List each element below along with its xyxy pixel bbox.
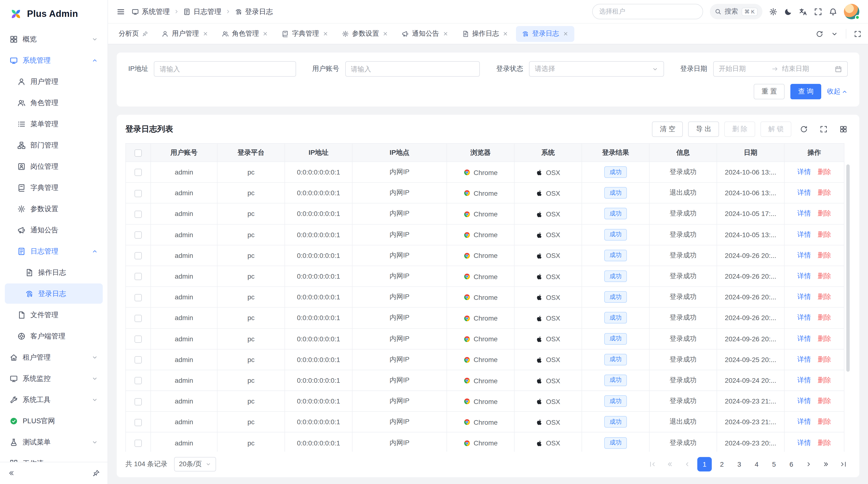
refresh-table-button[interactable] [797, 122, 811, 136]
sidebar-item-notice[interactable]: 通知公告 [5, 220, 103, 240]
sidebar-item-plus-website[interactable]: PLUS官网 [5, 411, 103, 431]
sidebar-item-param-settings[interactable]: 参数设置 [5, 199, 103, 219]
user-avatar[interactable] [844, 4, 859, 19]
sidebar-item-system-monitor[interactable]: 系统监控 [5, 368, 103, 389]
table-scrollbar[interactable] [846, 164, 850, 372]
sidebar-item-role-management[interactable]: 角色管理 [5, 93, 103, 113]
delete-link[interactable]: 删除 [817, 376, 831, 384]
delete-link[interactable]: 删除 [817, 230, 831, 238]
row-checkbox[interactable] [134, 294, 142, 301]
delete-link[interactable]: 删除 [817, 439, 831, 446]
detail-link[interactable]: 详情 [797, 189, 811, 196]
sidebar-item-overview[interactable]: 概览 [5, 29, 103, 49]
export-button[interactable]: 导 出 [688, 122, 719, 137]
ip-input[interactable] [154, 61, 296, 77]
fullscreen-table-button[interactable] [816, 122, 831, 136]
delete-link[interactable]: 删除 [817, 209, 831, 217]
row-checkbox[interactable] [134, 252, 142, 259]
row-checkbox[interactable] [134, 190, 142, 197]
row-checkbox[interactable] [134, 169, 142, 176]
page-button-6[interactable]: 6 [784, 457, 799, 472]
pin-sidebar-icon[interactable] [93, 470, 100, 477]
unlock-button[interactable]: 解 锁 [761, 122, 791, 137]
hamburger-menu-button[interactable] [117, 7, 125, 16]
prev-5-pages-button[interactable] [662, 457, 677, 472]
row-checkbox[interactable] [134, 356, 142, 363]
tab-role-management[interactable]: 角色管理 [216, 26, 274, 42]
prev-page-button[interactable] [680, 457, 694, 472]
detail-link[interactable]: 详情 [797, 230, 811, 238]
detail-link[interactable]: 详情 [797, 293, 811, 300]
detail-link[interactable]: 详情 [797, 418, 811, 425]
tab-analysis[interactable]: 分析页 [113, 26, 154, 42]
next-5-pages-button[interactable] [819, 457, 833, 472]
close-icon[interactable] [382, 31, 388, 37]
refresh-icon[interactable] [816, 30, 823, 37]
sidebar-item-system-management[interactable]: 系统管理 [5, 50, 103, 70]
sidebar-item-test-menu[interactable]: 测试菜单 [5, 432, 103, 452]
tab-param-settings[interactable]: 参数设置 [336, 26, 394, 42]
delete-link[interactable]: 删除 [817, 272, 831, 280]
first-page-button[interactable] [645, 457, 660, 472]
status-select[interactable]: 请选择 [529, 61, 664, 77]
row-checkbox[interactable] [134, 419, 142, 426]
sidebar-item-file-management[interactable]: 文件管理 [5, 305, 103, 325]
delete-link[interactable]: 删除 [817, 293, 831, 300]
query-button[interactable]: 查 询 [790, 84, 821, 99]
sidebar-item-menu-management[interactable]: 菜单管理 [5, 114, 103, 134]
close-icon[interactable] [322, 31, 328, 37]
page-button-2[interactable]: 2 [715, 457, 729, 472]
last-page-button[interactable] [836, 457, 850, 472]
fullscreen-button[interactable] [814, 7, 822, 16]
detail-link[interactable]: 详情 [797, 272, 811, 280]
page-button-1[interactable]: 1 [697, 457, 712, 472]
sidebar-item-operation-log[interactable]: 操作日志 [5, 262, 103, 283]
sidebar-item-client-management[interactable]: 客户端管理 [5, 326, 103, 346]
row-checkbox[interactable] [134, 398, 142, 405]
close-icon[interactable] [562, 31, 568, 37]
close-icon[interactable] [502, 31, 508, 37]
collapse-sidebar-icon[interactable] [8, 470, 15, 477]
global-search[interactable]: 搜索 ⌘ K [710, 4, 763, 19]
sidebar-item-login-log[interactable]: 登录日志 [5, 284, 103, 304]
detail-link[interactable]: 详情 [797, 376, 811, 384]
detail-link[interactable]: 详情 [797, 439, 811, 446]
delete-link[interactable]: 删除 [817, 168, 831, 175]
row-checkbox[interactable] [134, 211, 142, 218]
tab-notice[interactable]: 通知公告 [396, 26, 454, 42]
delete-link[interactable]: 删除 [817, 189, 831, 196]
clear-button[interactable]: 清 空 [652, 122, 683, 137]
delete-link[interactable]: 删除 [817, 397, 831, 405]
breadcrumb-login-log[interactable]: 登录日志 [235, 7, 273, 16]
sidebar-item-dict-management[interactable]: 字典管理 [5, 178, 103, 198]
language-switch-button[interactable] [799, 7, 807, 16]
expand-layout-icon[interactable] [854, 30, 861, 37]
chevron-down-icon[interactable] [831, 30, 838, 37]
delete-link[interactable]: 删除 [817, 355, 831, 363]
detail-link[interactable]: 详情 [797, 397, 811, 405]
notifications-button[interactable] [829, 7, 837, 16]
detail-link[interactable]: 详情 [797, 209, 811, 217]
page-size-select[interactable]: 20条/页 [174, 457, 216, 472]
tab-login-log[interactable]: 登录日志 [516, 26, 574, 42]
delete-button[interactable]: 删 除 [724, 122, 755, 137]
reset-button[interactable]: 重 置 [754, 84, 784, 99]
delete-link[interactable]: 删除 [817, 334, 831, 342]
breadcrumb-log-management[interactable]: 日志管理 [183, 7, 221, 16]
row-checkbox[interactable] [134, 377, 142, 384]
column-settings-button[interactable] [836, 122, 850, 136]
next-page-button[interactable] [802, 457, 816, 472]
sidebar-item-workflow[interactable]: 工作流 [5, 453, 103, 462]
sidebar-item-log-management[interactable]: 日志管理 [5, 241, 103, 261]
delete-link[interactable]: 删除 [817, 314, 831, 321]
tab-operation-log[interactable]: 操作日志 [456, 26, 514, 42]
date-range-picker[interactable]: 开始日期 结束日期 [713, 61, 848, 77]
breadcrumb-system-management[interactable]: 系统管理 [132, 7, 170, 16]
collapse-filter-link[interactable]: 收起 [827, 87, 848, 96]
close-icon[interactable] [442, 31, 448, 37]
tenant-select[interactable]: 选择租户 [592, 4, 703, 19]
detail-link[interactable]: 详情 [797, 314, 811, 321]
account-input[interactable] [345, 61, 480, 77]
delete-link[interactable]: 删除 [817, 418, 831, 425]
sidebar-item-dept-management[interactable]: 部门管理 [5, 135, 103, 155]
